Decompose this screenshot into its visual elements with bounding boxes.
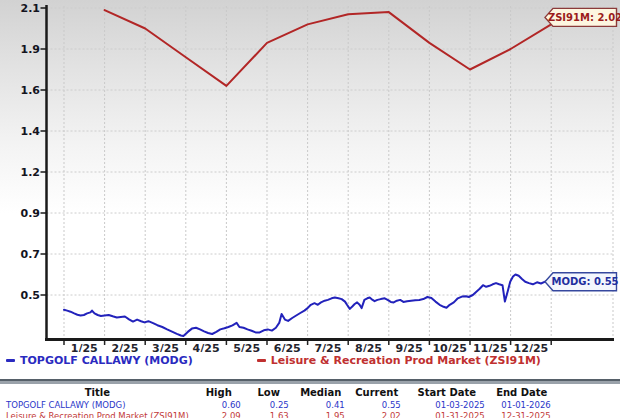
y-axis-tick-label: 0.5 xyxy=(21,289,41,302)
table-row: Leisure & Recreation Prod Market (ZSI91M… xyxy=(2,411,555,418)
y-axis-tick-label: 1.6 xyxy=(21,84,41,97)
zsi91m-series-line xyxy=(105,10,552,86)
row-value: 2.09 xyxy=(193,411,245,418)
column-header-median: Median xyxy=(293,386,349,400)
column-header-current: Current xyxy=(349,386,405,400)
section-divider xyxy=(0,379,620,384)
row-value: 0.25 xyxy=(245,400,293,411)
x-axis-month-label: 3/25 xyxy=(152,342,179,352)
column-header-low: Low xyxy=(245,386,293,400)
price-performance-chart: 2.11.91.61.41.20.90.70.51/252/253/254/25… xyxy=(0,0,620,352)
row-value: 2.02 xyxy=(349,411,405,418)
modg-legend-marker-icon xyxy=(6,359,15,362)
row-title-link[interactable]: Leisure & Recreation Prod Market (ZSI91M… xyxy=(2,411,193,418)
column-header-high: High xyxy=(193,386,245,400)
row-title-link: TOPGOLF CALLAWY (MODG) xyxy=(2,400,193,411)
x-axis-month-label: 7/25 xyxy=(314,342,341,352)
modg-legend-label: TOPGOLF CALLAWY (MODG) xyxy=(20,354,193,367)
legend-item-modg: TOPGOLF CALLAWY (MODG) xyxy=(6,354,193,367)
x-axis-month-label: 5/25 xyxy=(233,342,260,352)
x-axis-month-label: 8/25 xyxy=(355,342,382,352)
y-axis-tick-label: 0.9 xyxy=(21,207,41,220)
price-performance-chart-panel: 2.11.91.61.41.20.90.70.51/252/253/254/25… xyxy=(0,0,620,368)
row-value: 0.41 xyxy=(293,400,349,411)
modg-callout-label: MODG: 0.55 xyxy=(551,276,618,287)
zsi91m-callout-label: ZSI91M: 2.02 xyxy=(548,12,620,23)
price-stats-table: TitleHighLowMedianCurrentStart DateEnd D… xyxy=(2,386,555,418)
column-header-title: Title xyxy=(2,386,193,400)
column-header-end-date: End Date xyxy=(489,386,555,400)
x-axis-month-label: 6/25 xyxy=(274,342,301,352)
y-axis-tick-label: 0.7 xyxy=(21,248,41,261)
y-axis-tick-label: 1.9 xyxy=(21,43,41,56)
row-value: 12-31-2025 xyxy=(489,411,555,418)
x-axis-month-label: 10/25 xyxy=(432,342,467,352)
row-value: 0.55 xyxy=(349,400,405,411)
table-row: TOPGOLF CALLAWY (MODG)0.600.250.410.5501… xyxy=(2,400,555,411)
y-axis-tick-label: 1.4 xyxy=(21,125,41,138)
legend-item-zsi91m: Leisure & Recreation Prod Market (ZSI91M… xyxy=(257,354,541,367)
row-value: 01-31-2025 xyxy=(405,411,489,418)
x-axis-month-label: 9/25 xyxy=(396,342,423,352)
chart-legend: TOPGOLF CALLAWY (MODG) Leisure & Recreat… xyxy=(0,352,620,368)
column-header-start-date: Start Date xyxy=(405,386,489,400)
x-axis-month-label: 1/25 xyxy=(71,342,98,352)
x-axis-month-label: 2/25 xyxy=(111,342,138,352)
row-value: 01-03-2025 xyxy=(405,400,489,411)
y-axis-tick-label: 2.1 xyxy=(21,2,41,15)
x-axis-month-label: 12/25 xyxy=(514,342,549,352)
x-axis-month-label: 11/25 xyxy=(473,342,508,352)
zsi91m-legend-label: Leisure & Recreation Prod Market (ZSI91M… xyxy=(271,354,541,367)
row-value: 1.95 xyxy=(293,411,349,418)
row-value: 01-01-2026 xyxy=(489,400,555,411)
x-axis-month-label: 4/25 xyxy=(193,342,220,352)
zsi91m-legend-marker-icon xyxy=(257,359,266,362)
table-header-row: TitleHighLowMedianCurrentStart DateEnd D… xyxy=(2,386,555,400)
row-value: 1.63 xyxy=(245,411,293,418)
row-value: 0.60 xyxy=(193,400,245,411)
y-axis-tick-label: 1.2 xyxy=(21,166,41,179)
